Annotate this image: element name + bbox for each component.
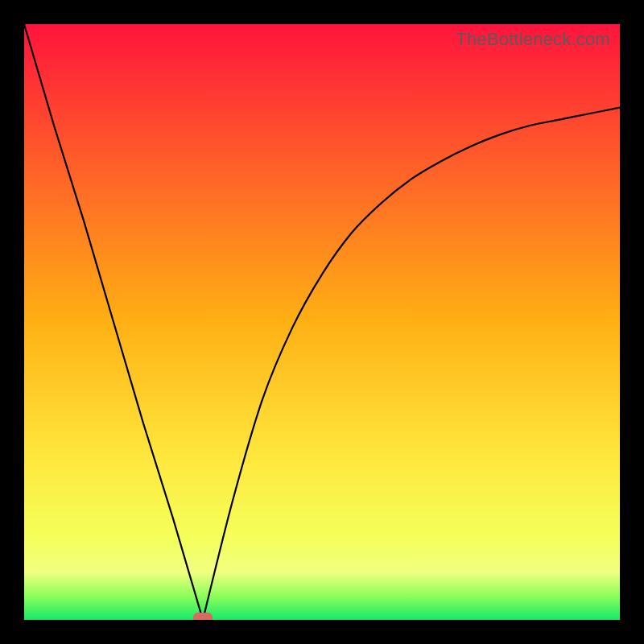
bottleneck-curve: [24, 24, 620, 620]
optimum-marker: [193, 613, 213, 620]
plot-area: TheBottleneck.com: [24, 24, 620, 620]
chart-frame: TheBottleneck.com: [0, 0, 644, 644]
watermark-text: TheBottleneck.com: [456, 29, 610, 50]
